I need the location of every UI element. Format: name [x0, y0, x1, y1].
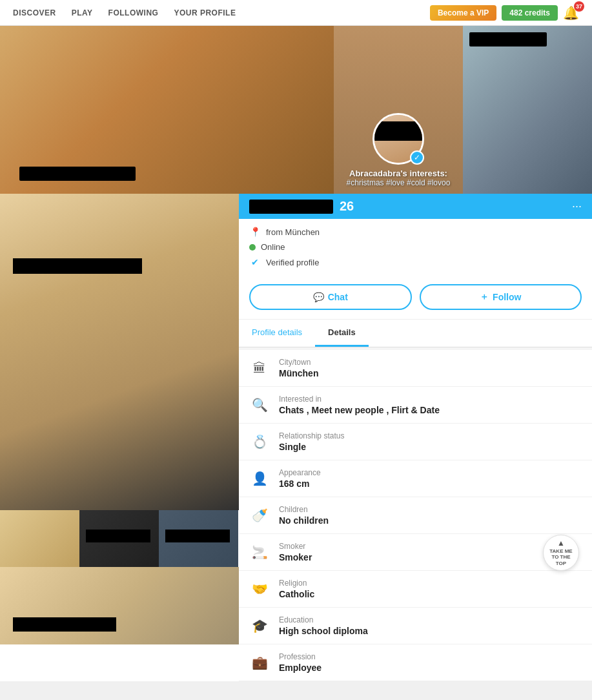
interested-icon: 🔍: [249, 395, 270, 415]
relationship-icon: 💍: [249, 431, 270, 452]
thumbnail-row: [0, 510, 239, 567]
hero-hashtags: #christmas #love #cold #lovoo: [347, 178, 451, 187]
detail-label-5: Smoker: [279, 542, 582, 551]
chat-bubble-icon: 💬: [313, 292, 324, 302]
online-indicator: [249, 244, 256, 251]
hero-left-redact: [19, 167, 136, 181]
nav-discover[interactable]: DISCOVER: [13, 8, 56, 17]
take-to-top-line3: TOP: [556, 561, 566, 567]
detail-content-8: Profession Employee: [279, 652, 582, 673]
avatar-redact: [374, 121, 422, 141]
hero-bg-left: [0, 26, 334, 194]
thumbnail-2[interactable]: [79, 510, 159, 567]
thumbnail-3[interactable]: [159, 510, 238, 567]
main-photo[interactable]: [0, 194, 239, 510]
detail-row-5: 🚬 Smoker Smoker: [239, 534, 592, 571]
detail-row-3: 👤 Appearance 168 cm: [239, 460, 592, 497]
detail-value-7: High school diploma: [279, 626, 582, 636]
detail-label-3: Appearance: [279, 468, 582, 477]
nav-following[interactable]: FOLLOWING: [108, 8, 159, 17]
detail-row-1: 🔍 Interested in Chats , Meet new people …: [239, 387, 592, 424]
nav-right: Become a VIP 482 credits 🔔 37: [430, 5, 579, 21]
detail-row-4: 🍼 Children No children: [239, 497, 592, 534]
detail-label-7: Education: [279, 615, 582, 624]
hero-section: ✓ Abracadabra's interests: #christmas #l…: [0, 26, 592, 194]
religion-icon: 🤝: [249, 579, 270, 599]
detail-content-0: City/town München: [279, 358, 582, 378]
profile-name-redact: [249, 200, 333, 214]
detail-value-1: Chats , Meet new people , Flirt & Date: [279, 405, 582, 415]
info-card: 📍 from München Online ✔ Verified profile: [239, 219, 592, 278]
detail-label-8: Profession: [279, 652, 582, 661]
profile-name-row: 26: [249, 199, 354, 214]
take-to-top-line1: TAKE ME: [549, 548, 572, 555]
left-column: [0, 194, 239, 681]
detail-row-2: 💍 Relationship status Single: [239, 424, 592, 460]
city-icon: 🏛: [249, 358, 270, 378]
detail-row-6: 🤝 Religion Catholic: [239, 571, 592, 608]
main-content: 26 ··· 📍 from München Online ✔ Verified …: [0, 194, 592, 681]
detail-content-1: Interested in Chats , Meet new people , …: [279, 395, 582, 415]
detail-label-6: Religion: [279, 579, 582, 588]
vip-button[interactable]: Become a VIP: [430, 5, 496, 21]
thumbnail-1[interactable]: [0, 510, 79, 567]
chat-label: Chat: [328, 292, 348, 302]
location-text: from München: [266, 227, 320, 237]
thumb-2-redact: [86, 530, 150, 542]
detail-value-8: Employee: [279, 663, 582, 673]
hero-right-redact: [469, 32, 547, 46]
follow-label: Follow: [493, 292, 521, 302]
detail-content-5: Smoker Smoker: [279, 542, 582, 562]
notification-badge: 37: [574, 1, 584, 12]
verified-label: Verified profile: [266, 258, 319, 267]
thumb-3-redact: [165, 530, 230, 542]
location-icon: 📍: [249, 227, 261, 237]
detail-label-0: City/town: [279, 358, 582, 367]
verified-row: ✔ Verified profile: [249, 257, 582, 267]
follow-button[interactable]: ＋ Follow: [420, 284, 582, 310]
right-column: 26 ··· 📍 from München Online ✔ Verified …: [239, 194, 592, 681]
detail-value-2: Single: [279, 442, 582, 452]
main-photo-redact: [13, 258, 142, 274]
more-options-button[interactable]: ···: [572, 200, 582, 213]
appearance-icon: 👤: [249, 468, 270, 489]
tab-details[interactable]: Details: [315, 320, 369, 347]
hero-interests: Abracadabra's interests: #christmas #lov…: [347, 169, 451, 187]
location-row: 📍 from München: [249, 227, 582, 237]
profile-header-card: 26 ···: [239, 194, 592, 219]
tab-profile-details[interactable]: Profile details: [239, 320, 315, 347]
detail-label-4: Children: [279, 505, 582, 514]
detail-row-0: 🏛 City/town München: [239, 350, 592, 387]
online-label: Online: [261, 242, 285, 252]
detail-content-4: Children No children: [279, 505, 582, 526]
detail-label-2: Relationship status: [279, 431, 582, 440]
bottom-photo-redact: [13, 617, 116, 632]
detail-content-7: Education High school diploma: [279, 615, 582, 636]
bottom-photo[interactable]: [0, 567, 239, 644]
detail-value-5: Smoker: [279, 552, 582, 562]
avatar-verified-badge: ✓: [410, 150, 424, 165]
avatar-wrap: ✓: [373, 113, 424, 165]
detail-value-4: No children: [279, 515, 582, 526]
children-icon: 🍼: [249, 505, 270, 526]
chat-button[interactable]: 💬 Chat: [249, 284, 412, 310]
plus-icon: ＋: [480, 291, 489, 303]
online-row: Online: [249, 242, 582, 252]
detail-value-0: München: [279, 368, 582, 378]
hero-center: ✓ Abracadabra's interests: #christmas #l…: [334, 26, 463, 194]
detail-value-3: 168 cm: [279, 479, 582, 489]
nav-play[interactable]: PLAY: [72, 8, 93, 17]
education-icon: 🎓: [249, 615, 270, 636]
action-buttons: 💬 Chat ＋ Follow: [239, 278, 592, 320]
take-to-top-button[interactable]: ▲ TAKE ME TO THE TOP: [543, 535, 579, 571]
profile-age: 26: [340, 199, 354, 214]
nav-links: DISCOVER PLAY FOLLOWING YOUR PROFILE: [13, 8, 430, 17]
detail-content-3: Appearance 168 cm: [279, 468, 582, 489]
detail-row-8: 💼 Profession Employee: [239, 644, 592, 681]
detail-value-6: Catholic: [279, 589, 582, 599]
nav-your-profile[interactable]: YOUR PROFILE: [174, 8, 236, 17]
credits-button[interactable]: 482 credits: [502, 5, 558, 21]
bell-wrap[interactable]: 🔔 37: [563, 5, 579, 21]
up-arrow-icon: ▲: [557, 539, 565, 548]
detail-label-1: Interested in: [279, 395, 582, 404]
